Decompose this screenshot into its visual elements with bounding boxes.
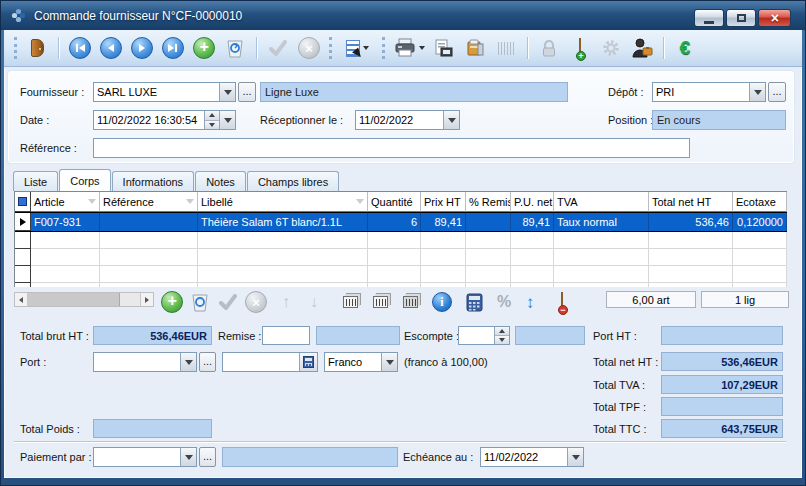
spin-up-button[interactable] bbox=[205, 111, 219, 120]
row-selector-cell[interactable] bbox=[15, 213, 31, 231]
cancel-button[interactable]: × bbox=[296, 35, 322, 61]
table-row[interactable] bbox=[15, 249, 787, 266]
spin-up-button[interactable] bbox=[495, 327, 509, 335]
paiement-dropdown-button[interactable] bbox=[180, 448, 196, 466]
cell-pu-net[interactable]: 89,41 bbox=[511, 213, 554, 231]
nav-next-button[interactable] bbox=[129, 35, 155, 61]
reference-input[interactable] bbox=[93, 138, 690, 158]
nav-first-button[interactable] bbox=[67, 35, 93, 61]
scrollbar-thumb[interactable] bbox=[28, 293, 120, 306]
reception-dropdown-button[interactable] bbox=[443, 111, 459, 129]
date-field[interactable]: 11/02/2022 16:30:54 bbox=[93, 110, 236, 130]
echeance-date-combo[interactable]: 11/02/2022 bbox=[480, 447, 584, 467]
currency-button[interactable]: € bbox=[672, 35, 698, 61]
line-discount-button[interactable]: % bbox=[492, 290, 516, 314]
barcode-lines-button[interactable] bbox=[398, 290, 422, 314]
delete-record-button[interactable] bbox=[222, 35, 248, 61]
tab-champs-libres[interactable]: Champs libres bbox=[247, 171, 339, 191]
scroll-right-button[interactable] bbox=[140, 293, 153, 306]
tab-corps[interactable]: Corps bbox=[59, 169, 110, 191]
delete-line-button[interactable] bbox=[188, 290, 212, 314]
date-dropdown-button[interactable] bbox=[219, 111, 235, 129]
tab-liste[interactable]: Liste bbox=[13, 171, 58, 191]
depot-combo[interactable]: PRI bbox=[652, 82, 766, 102]
scroll-left-button[interactable] bbox=[15, 293, 28, 306]
paiement-browse-button[interactable]: ... bbox=[199, 447, 216, 467]
spin-down-button[interactable] bbox=[495, 335, 509, 344]
depot-dropdown-button[interactable] bbox=[749, 83, 765, 101]
exit-button[interactable] bbox=[24, 35, 50, 61]
franco-dropdown-button[interactable] bbox=[381, 353, 397, 371]
column-header-prix-ht[interactable]: Prix HT bbox=[421, 192, 466, 212]
cell-quantite[interactable]: 6 bbox=[368, 213, 421, 231]
column-header-quantite[interactable]: Quantité bbox=[368, 192, 421, 212]
line-calculator-button[interactable] bbox=[462, 290, 486, 314]
table-row[interactable] bbox=[15, 266, 787, 283]
spin-down-button[interactable] bbox=[205, 120, 219, 130]
port-dropdown-button[interactable] bbox=[180, 353, 196, 371]
depot-browse-button[interactable]: ... bbox=[768, 82, 786, 102]
fournisseur-dropdown-button[interactable] bbox=[219, 83, 235, 101]
cell-total-net-ht[interactable]: 536,46 bbox=[649, 213, 733, 231]
port-combo[interactable] bbox=[93, 352, 197, 372]
remise-input[interactable] bbox=[262, 326, 310, 345]
resize-lines-button[interactable]: ↕ bbox=[518, 290, 542, 314]
column-header-reference[interactable]: Référence bbox=[100, 192, 198, 212]
paste-lines-button[interactable] bbox=[368, 290, 392, 314]
lock-button[interactable] bbox=[536, 35, 562, 61]
tab-notes[interactable]: Notes bbox=[195, 171, 246, 191]
close-button[interactable] bbox=[758, 9, 791, 27]
column-header-article[interactable]: Article bbox=[31, 192, 100, 212]
column-header-tva[interactable]: TVA bbox=[554, 192, 649, 212]
nav-last-button[interactable] bbox=[160, 35, 186, 61]
table-row[interactable] bbox=[15, 232, 787, 249]
reception-date-combo[interactable]: 11/02/2022 bbox=[355, 110, 460, 130]
move-line-down-button[interactable]: ↓ bbox=[302, 290, 326, 314]
cell-libelle[interactable]: Théière Salam 6T blanc/1.1L bbox=[198, 213, 368, 231]
cell-prix-ht[interactable]: 89,41 bbox=[421, 213, 466, 231]
column-header-pu-net[interactable]: P.U. net bbox=[511, 192, 554, 212]
minimize-button[interactable] bbox=[694, 9, 724, 27]
echeance-dropdown-button[interactable] bbox=[567, 448, 583, 466]
duplicate-document-button[interactable] bbox=[431, 35, 457, 61]
add-package-button[interactable]: + bbox=[567, 35, 593, 61]
port-browse-button[interactable]: ... bbox=[199, 352, 216, 372]
cell-article[interactable]: F007-931 bbox=[31, 213, 100, 231]
cell-tva[interactable]: Taux normal bbox=[554, 213, 649, 231]
column-header-total-net-ht[interactable]: Total net HT bbox=[649, 192, 733, 212]
tab-informations[interactable]: Informations bbox=[112, 171, 195, 191]
paiement-combo[interactable] bbox=[93, 447, 197, 467]
date-spinner[interactable] bbox=[204, 111, 219, 129]
add-line-button[interactable]: + bbox=[160, 290, 184, 314]
cell-remise[interactable] bbox=[466, 213, 511, 231]
supplier-contact-button[interactable] bbox=[629, 35, 655, 61]
print-button[interactable] bbox=[392, 35, 426, 61]
cancel-line-button[interactable]: × bbox=[244, 290, 268, 314]
barcode-button[interactable] bbox=[493, 35, 519, 61]
port-amount-field[interactable] bbox=[222, 352, 318, 372]
escompte-spinner[interactable] bbox=[494, 327, 509, 344]
table-row-selected[interactable]: F007-931 Théière Salam 6T blanc/1.1L 6 8… bbox=[15, 212, 787, 232]
nav-previous-button[interactable] bbox=[98, 35, 124, 61]
table-row[interactable] bbox=[15, 283, 787, 287]
add-record-button[interactable]: + bbox=[191, 35, 217, 61]
settings-button[interactable] bbox=[598, 35, 624, 61]
move-line-up-button[interactable]: ↑ bbox=[274, 290, 298, 314]
cell-ecotaxe[interactable]: 0,120000 bbox=[733, 213, 787, 231]
port-calculator-button[interactable] bbox=[299, 353, 317, 371]
column-header-ecotaxe[interactable]: Ecotaxe bbox=[733, 192, 787, 212]
select-all-cell[interactable] bbox=[15, 192, 31, 212]
franco-select[interactable]: Franco bbox=[324, 352, 398, 372]
escompte-input-group[interactable] bbox=[458, 326, 510, 345]
validate-line-button[interactable] bbox=[216, 290, 240, 314]
remove-package-button[interactable]: − bbox=[550, 290, 574, 314]
display-select-button[interactable] bbox=[339, 35, 375, 61]
fournisseur-combo[interactable]: SARL LUXE bbox=[93, 82, 236, 102]
cell-reference[interactable] bbox=[100, 213, 198, 231]
fournisseur-browse-button[interactable]: ... bbox=[238, 82, 256, 102]
restore-button[interactable] bbox=[726, 9, 756, 27]
horizontal-scrollbar[interactable] bbox=[14, 292, 154, 307]
copy-lines-button[interactable] bbox=[338, 290, 362, 314]
line-info-button[interactable]: i bbox=[430, 290, 454, 314]
column-header-libelle[interactable]: Libellé bbox=[198, 192, 368, 212]
